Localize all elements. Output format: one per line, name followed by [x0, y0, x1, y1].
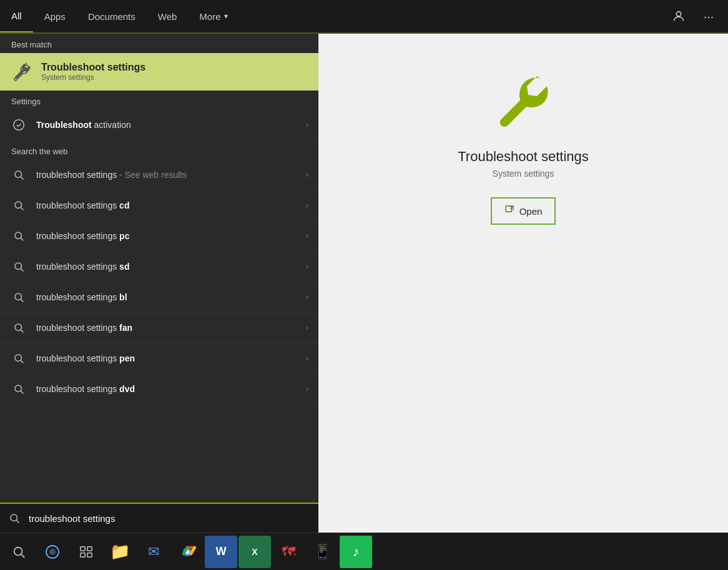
right-panel-subtitle: System settings	[493, 169, 554, 179]
tab-all-label: All	[11, 11, 22, 21]
search-icon-1	[10, 197, 27, 214]
external-link-icon	[504, 205, 514, 217]
svg-line-23	[21, 554, 24, 558]
web-item-3-text: troubleshoot settings sd	[36, 262, 297, 272]
svg-point-8	[15, 263, 22, 270]
svg-rect-26	[81, 546, 85, 550]
taskbar-tablet-button[interactable]: 📱	[306, 536, 338, 568]
taskbar-mail-button[interactable]: ✉	[137, 536, 170, 568]
web-item-5-text: troubleshoot settings fan	[36, 323, 297, 333]
web-item-4-text: troubleshoot settings bl	[36, 292, 297, 302]
svg-point-20	[11, 514, 17, 521]
web-item-6-text: troubleshoot settings pen	[36, 353, 297, 363]
chevron-down-icon: ▾	[224, 12, 228, 21]
search-icon-0	[10, 166, 27, 184]
chevron-right-icon-2: ›	[306, 232, 308, 240]
chevron-right-icon-1: ›	[306, 201, 308, 210]
svg-line-5	[21, 207, 23, 210]
ellipsis-icon: ···	[704, 9, 714, 24]
svg-point-1	[14, 120, 24, 130]
svg-rect-28	[81, 553, 85, 556]
wrench-large-icon	[492, 71, 554, 134]
web-item-2-text: troubleshoot settings pc	[36, 231, 297, 241]
chevron-right-icon-6: ›	[306, 354, 308, 363]
svg-point-4	[15, 202, 22, 209]
nav-right: ···	[667, 4, 728, 28]
open-button[interactable]: Open	[491, 197, 556, 225]
web-item-3[interactable]: troubleshoot settings sd ›	[0, 252, 318, 282]
svg-line-15	[21, 360, 23, 363]
top-nav: All Apps Documents Web More ▾ ···	[0, 0, 728, 34]
taskbar-word-button[interactable]: W	[205, 536, 237, 568]
search-icon-4	[10, 288, 27, 306]
chevron-right-icon-0: ›	[306, 170, 308, 179]
best-match-title: Troubleshoot settings	[41, 62, 308, 73]
chevron-right-icon-5: ›	[306, 323, 308, 332]
circle-check-icon	[10, 116, 27, 134]
search-icon-3	[10, 258, 27, 275]
taskbar-spotify-button[interactable]: ♪	[340, 536, 372, 568]
best-match-item[interactable]: Troubleshoot settings System settings	[0, 53, 318, 91]
svg-point-6	[15, 232, 22, 239]
web-item-2[interactable]: troubleshoot settings pc ›	[0, 221, 318, 252]
tab-apps-label: Apps	[44, 11, 66, 22]
web-item-0-text: troubleshoot settings - See web results	[36, 170, 297, 180]
open-button-label: Open	[519, 206, 543, 217]
tab-apps[interactable]: Apps	[33, 0, 77, 32]
web-item-6[interactable]: troubleshoot settings pen ›	[0, 343, 318, 374]
svg-point-2	[15, 171, 22, 178]
svg-line-11	[21, 299, 23, 302]
svg-point-22	[14, 547, 22, 555]
web-item-5[interactable]: troubleshoot settings fan ›	[0, 313, 318, 343]
chevron-right-icon-3: ›	[306, 262, 308, 271]
web-item-7[interactable]: troubleshoot settings dvd ›	[0, 374, 318, 405]
search-icon-5	[10, 319, 27, 337]
tab-web[interactable]: Web	[147, 0, 189, 32]
svg-rect-29	[87, 553, 92, 556]
tab-documents[interactable]: Documents	[77, 0, 147, 32]
right-panel: Troubleshoot settings System settings Op…	[318, 34, 728, 533]
search-web-label: Search the web	[0, 140, 318, 160]
search-icon-2	[10, 227, 27, 245]
best-match-subtitle: System settings	[41, 73, 308, 82]
more-options-button[interactable]: ···	[697, 4, 721, 28]
best-match-label: Best match	[0, 34, 318, 53]
taskbar-file-explorer-button[interactable]: 📁	[104, 536, 136, 568]
troubleshoot-activation-item[interactable]: Troubleshoot activation ›	[0, 110, 318, 140]
best-match-text: Troubleshoot settings System settings	[41, 62, 308, 82]
svg-point-14	[15, 355, 22, 361]
right-panel-title: Troubleshoot settings	[458, 149, 589, 165]
taskbar-maps-button[interactable]: 🗺	[272, 536, 305, 568]
person-icon-button[interactable]	[667, 4, 691, 28]
chevron-right-icon: ›	[306, 120, 308, 129]
web-item-1[interactable]: troubleshoot settings cd ›	[0, 190, 318, 221]
svg-rect-27	[87, 546, 92, 550]
taskbar-chrome-button[interactable]	[171, 536, 204, 568]
chevron-right-icon-7: ›	[306, 385, 308, 393]
web-item-4[interactable]: troubleshoot settings bl ›	[0, 282, 318, 313]
tab-documents-label: Documents	[88, 11, 135, 22]
svg-line-9	[21, 268, 23, 271]
svg-point-0	[676, 12, 681, 16]
svg-line-17	[21, 391, 23, 393]
tab-all[interactable]: All	[0, 0, 33, 32]
web-item-0[interactable]: troubleshoot settings - See web results …	[0, 160, 318, 190]
settings-section-label: Settings	[0, 91, 318, 110]
taskbar-excel-button[interactable]: X	[239, 536, 271, 568]
search-icon-6	[10, 350, 27, 367]
taskbar-search-button[interactable]	[2, 536, 35, 568]
wrench-icon	[10, 61, 32, 83]
svg-point-12	[15, 324, 22, 331]
troubleshoot-activation-text: Troubleshoot activation	[36, 120, 297, 130]
search-bar	[0, 503, 318, 533]
svg-point-10	[15, 293, 22, 300]
svg-line-13	[21, 330, 23, 332]
taskbar-cortana-button[interactable]	[36, 536, 69, 568]
search-input[interactable]	[29, 513, 318, 524]
chevron-right-icon-4: ›	[306, 293, 308, 302]
taskbar-taskview-button[interactable]	[70, 536, 102, 568]
web-item-7-text: troubleshoot settings dvd	[36, 384, 297, 394]
tab-more-label: More	[199, 11, 220, 22]
tab-more[interactable]: More ▾	[188, 0, 239, 32]
svg-line-7	[21, 238, 23, 240]
